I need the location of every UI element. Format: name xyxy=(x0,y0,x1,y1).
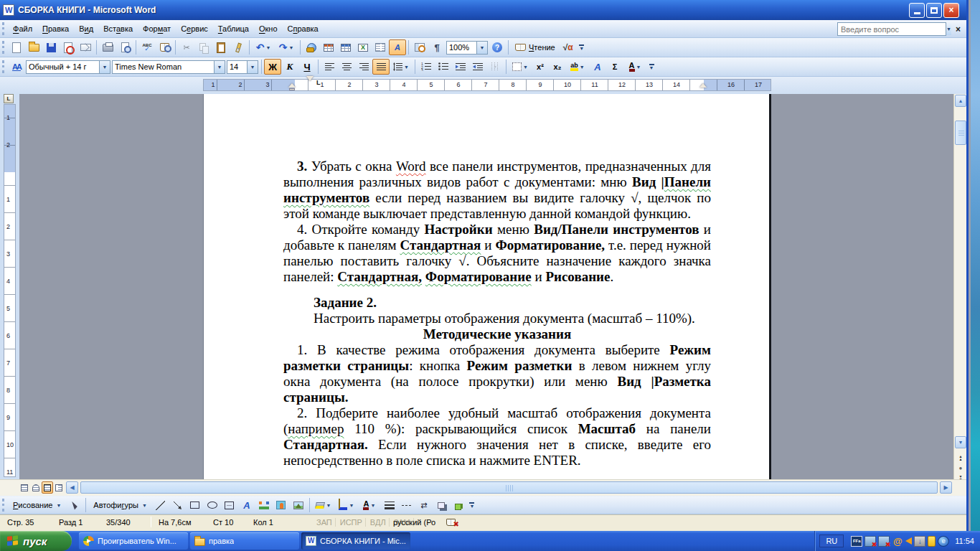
next-page-button[interactable]: ▼▼ xyxy=(955,472,966,479)
cut-button[interactable]: ✂ xyxy=(178,39,195,55)
menu-insert[interactable]: Вставка xyxy=(98,22,138,35)
autoshapes-menu-button[interactable]: Автофигуры ▼ xyxy=(88,498,152,513)
drawing-toggle-button[interactable]: A xyxy=(389,39,406,55)
styles-pane-button[interactable]: АА xyxy=(8,59,25,75)
font-color-button[interactable]: А▼ xyxy=(358,497,381,513)
network-offline-tray-icon[interactable] xyxy=(864,536,876,547)
scheduler-tray-icon[interactable]: ↓ xyxy=(914,536,925,547)
outline-view-button[interactable] xyxy=(53,481,65,494)
insert-diagram-button[interactable] xyxy=(255,497,273,513)
scroll-left-button[interactable]: ◀ xyxy=(66,481,78,494)
line-style-button[interactable] xyxy=(381,497,398,513)
menu-window[interactable]: Окно xyxy=(254,22,283,35)
menu-view[interactable]: Вид xyxy=(74,22,98,35)
redo-button[interactable]: ↷▼ xyxy=(275,39,298,55)
insert-hyperlink-button[interactable] xyxy=(303,39,320,55)
chevron-down-icon[interactable]: ▼ xyxy=(946,23,951,35)
menu-tools[interactable]: Сервис xyxy=(176,22,213,35)
font-size-combobox[interactable]: 14 ▼ xyxy=(227,60,258,74)
mode-испр[interactable]: ИСПР xyxy=(337,518,366,527)
numbered-list-button[interactable]: 123 xyxy=(418,59,435,75)
style-combobox[interactable]: Обычный + 14 г ▼ xyxy=(26,60,110,74)
line-spacing-button[interactable]: ▼ xyxy=(390,59,413,75)
save-button[interactable] xyxy=(42,39,60,55)
text-box-button[interactable] xyxy=(221,497,238,513)
decrease-indent-button[interactable] xyxy=(452,59,469,75)
line-color-button[interactable]: ▼ xyxy=(335,497,358,513)
rectangle-tool-button[interactable] xyxy=(187,497,204,513)
wordart-button[interactable]: A xyxy=(589,59,606,75)
hanging-indent-marker[interactable] xyxy=(288,83,296,88)
permission-button[interactable] xyxy=(60,39,77,55)
menu-table[interactable]: Таблица xyxy=(213,22,254,35)
menu-format[interactable]: Формат xyxy=(138,22,176,35)
subscript-button[interactable]: х₂ xyxy=(549,59,566,75)
menu-drag-handle[interactable] xyxy=(2,22,6,35)
volume-tray-icon[interactable] xyxy=(905,537,912,545)
align-right-button[interactable] xyxy=(355,59,372,75)
italic-button[interactable]: К xyxy=(281,59,298,75)
toolbar-options-button[interactable]: ▼ xyxy=(467,497,477,513)
formula-button[interactable]: √α xyxy=(560,39,577,55)
vertical-scrollbar[interactable]: ▲ ▼ ▲▲ ● ▼▼ xyxy=(953,94,966,479)
scroll-right-button[interactable]: ▶ xyxy=(940,481,952,494)
ask-question-box[interactable]: ▼ xyxy=(837,22,946,36)
oval-tool-button[interactable] xyxy=(204,497,221,513)
media-player-task[interactable]: Проигрыватель Win... xyxy=(79,532,188,550)
formatting-toolbar-handle[interactable] xyxy=(2,60,6,73)
minimize-button[interactable] xyxy=(909,3,925,18)
web-layout-view-button[interactable] xyxy=(30,481,42,494)
bulleted-list-button[interactable] xyxy=(435,59,452,75)
insert-table-button[interactable] xyxy=(337,39,354,55)
chevron-down-icon[interactable]: ▼ xyxy=(99,61,110,73)
menu-help[interactable]: Справка xyxy=(283,22,324,35)
print-preview-button[interactable] xyxy=(116,39,133,55)
normal-view-button[interactable] xyxy=(19,481,30,494)
network-offline2-tray-icon[interactable] xyxy=(878,536,890,547)
status-language[interactable]: русский (Ро xyxy=(393,518,442,527)
tab-stop-marker[interactable]: L xyxy=(316,79,321,86)
start-button[interactable]: пуск xyxy=(0,531,72,551)
close-button[interactable]: × xyxy=(943,3,959,18)
line-tool-button[interactable] xyxy=(152,497,169,513)
draw-menu-button[interactable]: Рисование ▼ xyxy=(8,498,66,513)
print-layout-view-button[interactable] xyxy=(42,481,53,494)
battery-tray-icon[interactable] xyxy=(928,536,936,547)
insert-wordart-button[interactable]: A xyxy=(238,497,255,513)
insert-clipart-button[interactable] xyxy=(273,497,290,513)
horizontal-scroll-thumb[interactable] xyxy=(80,481,938,494)
undo-button[interactable]: ↶▼ xyxy=(252,39,275,55)
page-text[interactable]: 3. Убрать с окна Word все панели инструм… xyxy=(283,159,711,468)
font-combobox[interactable]: Times New Roman ▼ xyxy=(112,60,225,74)
left-indent-marker[interactable] xyxy=(289,88,295,90)
scroll-down-button[interactable]: ▼ xyxy=(955,436,966,448)
chevron-down-icon[interactable]: ▼ xyxy=(247,61,258,73)
previous-page-button[interactable]: ▲▲ xyxy=(955,452,966,463)
menu-edit[interactable]: Правка xyxy=(37,22,74,35)
borders-button[interactable]: ▼ xyxy=(509,59,532,75)
spelling-status-icon[interactable]: ✖ xyxy=(446,517,459,528)
threed-style-button[interactable] xyxy=(450,497,467,513)
copy-button[interactable] xyxy=(195,39,212,55)
print-button[interactable] xyxy=(99,39,116,55)
right-indent-marker[interactable] xyxy=(699,83,707,88)
folder-pravka-task[interactable]: правка xyxy=(190,532,299,550)
font-color-button[interactable]: А▼ xyxy=(623,59,646,75)
superscript-button[interactable]: х² xyxy=(532,59,549,75)
dash-style-button[interactable] xyxy=(398,497,415,513)
language-indicator[interactable]: RU xyxy=(819,534,844,547)
select-objects-button[interactable] xyxy=(66,497,83,513)
spelling-button[interactable]: ABC✓ xyxy=(138,39,156,55)
increase-indent-button[interactable] xyxy=(469,59,486,75)
show-hide-marks-button[interactable]: ¶ xyxy=(428,39,446,55)
arrow-style-button[interactable]: ⇄ xyxy=(415,497,433,513)
mode-зап[interactable]: ЗАП xyxy=(314,518,336,527)
toolbar-options-button[interactable]: ▼ xyxy=(577,39,587,55)
bold-button[interactable]: Ж xyxy=(264,59,281,75)
drawing-toolbar-handle[interactable] xyxy=(2,499,6,512)
tab-selector-button[interactable]: L xyxy=(4,94,14,103)
justify-button[interactable] xyxy=(372,59,390,75)
paste-button[interactable] xyxy=(212,39,230,55)
document-map-button[interactable] xyxy=(411,39,428,55)
mode-вдл[interactable]: ВДЛ xyxy=(367,518,390,527)
